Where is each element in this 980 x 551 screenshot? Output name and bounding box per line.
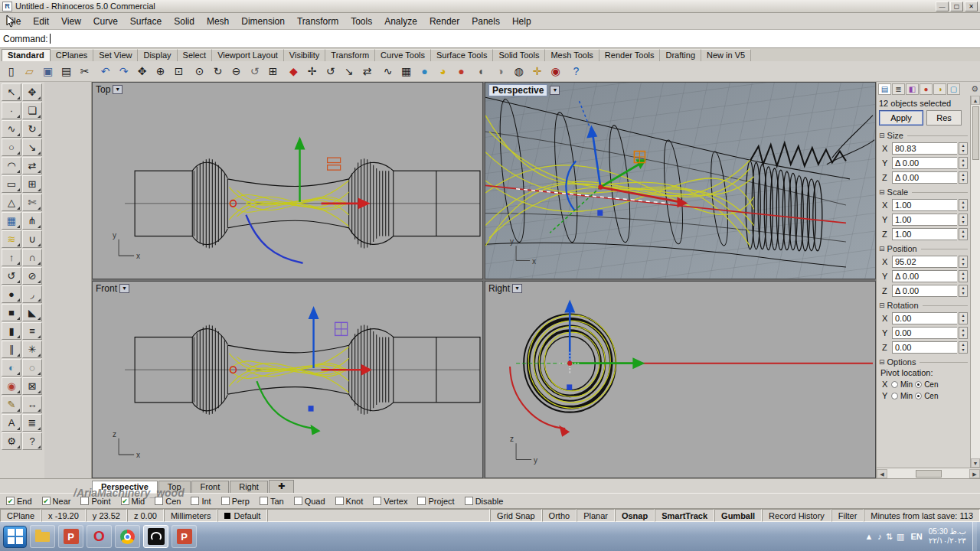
menu-item[interactable]: Dimension [235,15,291,28]
toolbar-tab[interactable]: CPlanes [51,49,94,61]
taskbar-rhinoceros[interactable] [143,525,168,548]
toolbar-tab[interactable]: Transform [325,49,375,61]
spinner[interactable]: ▴▾ [959,199,968,211]
toolbar-tab[interactable]: New in V5 [701,49,751,61]
taskbar-file-explorer[interactable] [30,525,55,548]
pivot-min-radio[interactable] [891,393,898,399]
toolbar-icon[interactable]: ▦ [397,63,415,80]
spinner[interactable]: ▴▾ [959,341,968,354]
viewport-front[interactable]: z x Front ▼ [92,281,483,478]
checkbox-icon[interactable] [221,497,230,505]
toolbar-icon[interactable]: ● [452,63,470,80]
sidebar-tool-icon[interactable]: ▦ [2,212,21,230]
status-toggle[interactable]: Gumball [714,509,762,522]
toolbar-icon[interactable]: ✢ [303,63,321,80]
sidebar-tool-icon[interactable]: A [2,414,21,432]
panel-horizontal-scrollbar[interactable]: ◀ ▶ [877,468,980,478]
status-toggle[interactable]: Osnap [615,509,655,522]
menu-item[interactable]: View [55,15,87,28]
menu-item[interactable]: Transform [291,15,345,28]
sidebar-tool-icon[interactable]: ∥ [2,341,21,358]
sidebar-tool-icon[interactable]: ✎ [2,396,21,413]
toolbar-icon[interactable]: ↷ [115,63,132,80]
sidebar-tool-icon[interactable]: ↑ [2,249,21,266]
toolbar-icon[interactable]: ↶ [96,63,114,80]
osnap-toggle[interactable]: Quad [294,497,325,506]
osnap-toggle[interactable]: Cen [155,497,181,506]
start-button[interactable] [3,526,27,548]
value-field[interactable]: Δ 0.00 [892,285,957,297]
spinner[interactable]: ▴▾ [959,171,968,184]
checkbox-icon[interactable] [155,497,163,505]
toolbar-tab[interactable]: Select [178,49,213,61]
pivot-cen-radio[interactable] [915,393,922,399]
menu-item[interactable]: Surface [124,15,168,28]
sidebar-tool-icon[interactable]: ∿ [2,120,21,138]
panel-tab-icon[interactable]: ▤ [878,83,891,95]
scrollbar-thumb[interactable] [972,106,979,160]
front-viewport-canvas[interactable]: z x [93,282,482,478]
toolbar-icon[interactable]: ⊖ [227,63,245,80]
checkbox-icon[interactable] [417,497,426,505]
osnap-toggle[interactable]: Int [191,497,211,506]
checkbox-icon[interactable] [335,497,344,505]
menu-item[interactable]: Mesh [201,15,235,28]
taskbar-clock[interactable]: 05:30 ب.ظ ٢٢/١٠/٢٠٢٣ [929,527,968,546]
menu-item[interactable]: Solid [168,15,201,28]
show-desktop-button[interactable] [972,522,977,551]
menu-item[interactable]: Edit [27,15,55,28]
toolbar-icon[interactable]: ◕ [434,63,452,80]
toolbar-icon[interactable]: ✥ [133,63,151,80]
menu-item[interactable]: Analyze [378,15,423,28]
taskbar-opera[interactable]: O [87,525,112,548]
tray-icon[interactable]: ▥ [897,532,904,542]
sidebar-tool-icon[interactable]: ✳ [22,341,42,358]
tray-icon[interactable]: ♪ [877,532,882,542]
value-field[interactable]: 1.00 [892,199,957,211]
osnap-toggle[interactable]: Mid [121,497,145,506]
sidebar-tool-icon[interactable]: ▮ [2,322,21,340]
toolbar-icon[interactable]: ✛ [528,63,546,80]
checkbox-icon[interactable] [42,497,51,505]
spinner[interactable]: ▴▾ [959,270,968,282]
checkbox-icon[interactable] [260,497,268,505]
sidebar-tool-icon[interactable]: ≋ [2,230,21,248]
menu-item[interactable]: Help [506,15,537,28]
osnap-toggle[interactable]: Project [417,497,454,506]
sidebar-tool-icon[interactable]: ↔ [22,396,42,413]
toolbar-tab[interactable]: Drafting [660,49,701,61]
gear-icon[interactable]: ⚙ [971,84,978,94]
collapse-icon[interactable]: ⊟ [879,245,885,253]
toolbar-tab[interactable]: Curve Tools [375,49,431,61]
sidebar-tool-icon[interactable]: ◞ [22,285,42,303]
collapse-icon[interactable]: ⊟ [879,358,885,366]
spinner[interactable]: ▴▾ [959,327,968,339]
viewport-tab[interactable]: Perspective [92,481,158,493]
viewport-tab[interactable]: Front [191,481,230,493]
viewport-top[interactable]: y x Top ▼ [92,82,483,279]
osnap-toggle[interactable]: Perp [221,497,250,506]
sidebar-tool-icon[interactable]: ↖ [2,83,21,101]
value-field[interactable]: Δ 0.00 [892,270,957,282]
value-field[interactable]: 95.02 [892,256,957,268]
units-pane[interactable]: Millimeters [164,509,218,522]
viewport-tab[interactable]: Top [158,481,191,493]
sidebar-tool-icon[interactable]: △ [2,194,21,211]
value-field[interactable]: Δ 0.00 [892,157,957,169]
toolbar-icon[interactable]: ◉ [547,63,564,80]
osnap-toggle[interactable]: End [6,497,32,506]
sidebar-tool-icon[interactable]: ✥ [22,83,42,101]
sidebar-tool-icon[interactable]: ∩ [22,249,42,266]
sidebar-tool-icon[interactable]: ▭ [2,175,21,193]
toolbar-icon[interactable]: ▣ [39,63,57,80]
sidebar-tool-icon[interactable]: ◌ [22,359,42,377]
panel-tab-icon[interactable]: ◧ [906,83,919,95]
checkbox-icon[interactable] [373,497,381,505]
toolbar-tab[interactable]: Solid Tools [493,49,545,61]
toolbar-icon[interactable]: ◑ [492,63,509,80]
status-toggle[interactable]: Grid Snap [490,509,542,522]
menu-item[interactable]: Render [423,15,466,28]
toolbar-icon[interactable]: ↘ [340,63,358,80]
sidebar-tool-icon[interactable]: ? [22,432,42,450]
viewport-right[interactable]: z y Right ▼ [485,281,876,478]
